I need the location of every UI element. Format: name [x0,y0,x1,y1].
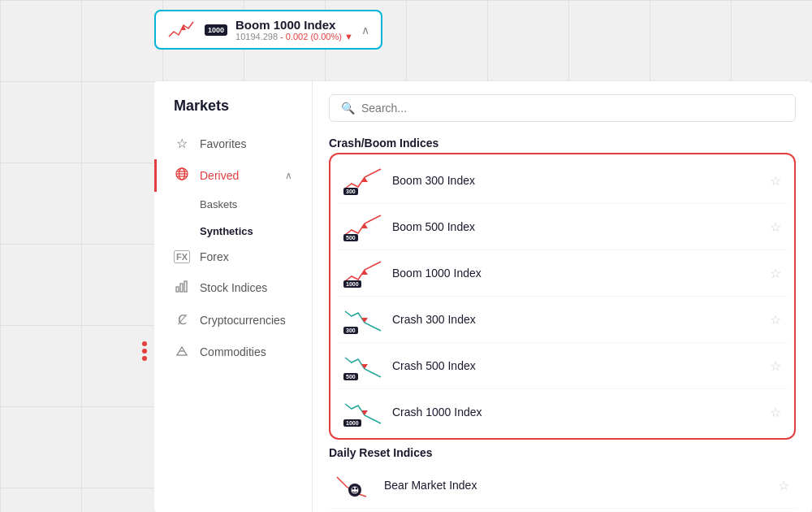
search-icon: 🔍 [341,102,355,115]
globe-icon [174,167,190,184]
crash-300-badge: 300 [343,327,358,334]
bar-chart-icon [174,280,190,296]
instrument-card[interactable]: 1000 Boom 1000 Index 10194.298 - 0.002 (… [154,10,382,50]
sidebar-label-forex: Forex [200,250,292,263]
sidebar-label-cryptocurrencies: Cryptocurrencies [200,314,292,327]
crash-1000-badge: 1000 [343,419,361,427]
list-item-boom-1000[interactable]: 1000 Boom 1000 Index ☆ [337,250,788,297]
sidebar: Markets ☆ Favorites Derived ∧ Baskets [154,81,313,512]
crash-boom-header: Crash/Boom Indices [329,137,796,150]
crypto-icon: Ȼ [174,312,190,328]
instrument-price: 10194.298 - 0.002 (0.00%) ▼ [235,32,353,41]
instrument-info: Boom 1000 Index 10194.298 - 0.002 (0.00%… [235,18,353,41]
list-item-bear-market[interactable]: Bear Market Index ☆ [329,462,796,509]
instrument-name: Boom 1000 Index [235,18,353,32]
bear-market-chart [335,471,374,500]
star-outline-icon: ☆ [174,136,190,151]
favorite-star-crash-500[interactable]: ☆ [770,358,781,374]
sidebar-item-derived[interactable]: Derived ∧ [154,159,312,192]
favorite-star-boom-500[interactable]: ☆ [770,219,781,235]
chevron-up-icon: ∧ [285,170,292,181]
list-item-bull-market[interactable]: Bull Market Index ☆ [329,509,796,512]
search-input[interactable] [361,102,784,115]
chevron-up-icon[interactable]: ∧ [361,24,369,37]
svg-rect-7 [180,284,183,292]
sidebar-item-commodities[interactable]: Commodities [154,336,312,368]
favorite-star-bear-market[interactable]: ☆ [778,478,789,493]
svg-point-18 [356,488,358,490]
list-item-crash-1000[interactable]: 1000 Crash 1000 Index ☆ [337,389,788,435]
boom-500-name: Boom 500 Index [392,220,760,233]
content-panel: 🔍 Crash/Boom Indices 300 Boom 300 Index … [313,81,812,512]
boom-300-badge: 300 [343,188,358,195]
crash-500-name: Crash 500 Index [392,359,760,372]
sidebar-label-derived: Derived [200,169,275,182]
boom-300-name: Boom 300 Index [392,174,760,187]
daily-reset-header: Daily Reset Indices [329,446,796,459]
favorite-star-crash-300[interactable]: ☆ [770,312,781,328]
favorite-star-boom-300[interactable]: ☆ [770,173,781,189]
boom-1000-chart: 1000 [343,258,382,288]
commodities-icon [174,344,190,360]
instrument-badge: 1000 [205,24,227,36]
crash-1000-chart: 1000 [343,397,382,427]
sidebar-label-stock-indices: Stock Indices [200,281,292,294]
crash-1000-name: Crash 1000 Index [392,406,760,419]
sidebar-item-stock-indices[interactable]: Stock Indices [154,271,312,304]
boom-500-chart: 500 [343,212,382,241]
sidebar-item-baskets[interactable]: Baskets [154,192,312,217]
bear-market-name: Bear Market Index [384,479,768,492]
svg-rect-8 [184,281,187,292]
fx-icon: FX [174,250,190,263]
sidebar-item-cryptocurrencies[interactable]: Ȼ Cryptocurrencies [154,304,312,336]
top-bar: 1000 Boom 1000 Index 10194.298 - 0.002 (… [154,10,382,50]
list-item-boom-500[interactable]: 500 Boom 500 Index ☆ [337,204,788,250]
favorite-star-crash-1000[interactable]: ☆ [770,405,781,420]
main-layout: Markets ☆ Favorites Derived ∧ Baskets [0,81,812,512]
sidebar-title: Markets [154,98,312,128]
list-item-crash-500[interactable]: 500 Crash 500 Index ☆ [337,343,788,389]
svg-point-17 [352,488,355,490]
svg-rect-6 [176,287,179,292]
crash-500-badge: 500 [343,373,358,380]
favorite-star-boom-1000[interactable]: ☆ [770,266,781,281]
sidebar-item-synthetics: Synthetics [154,217,312,242]
boom-1000-badge: 1000 [343,280,361,288]
boom-300-chart: 300 [343,166,382,195]
boom-500-badge: 500 [343,234,358,241]
search-bar: 🔍 [329,94,796,122]
list-item-crash-300[interactable]: 300 Crash 300 Index ☆ [337,297,788,343]
crash-500-chart: 500 [343,351,382,380]
list-item-boom-300[interactable]: 300 Boom 300 Index ☆ [337,158,788,204]
sidebar-label-commodities: Commodities [200,345,292,358]
boom-1000-name: Boom 1000 Index [392,267,760,280]
sidebar-item-forex[interactable]: FX Forex [154,242,312,271]
mini-chart-icon [167,19,197,41]
sidebar-label-favorites: Favorites [200,137,292,150]
crash-300-chart: 300 [343,305,382,334]
sidebar-item-favorites[interactable]: ☆ Favorites [154,128,312,159]
crash-boom-section: 300 Boom 300 Index ☆ 500 Boom 500 Index … [329,153,796,440]
crash-300-name: Crash 300 Index [392,313,760,326]
